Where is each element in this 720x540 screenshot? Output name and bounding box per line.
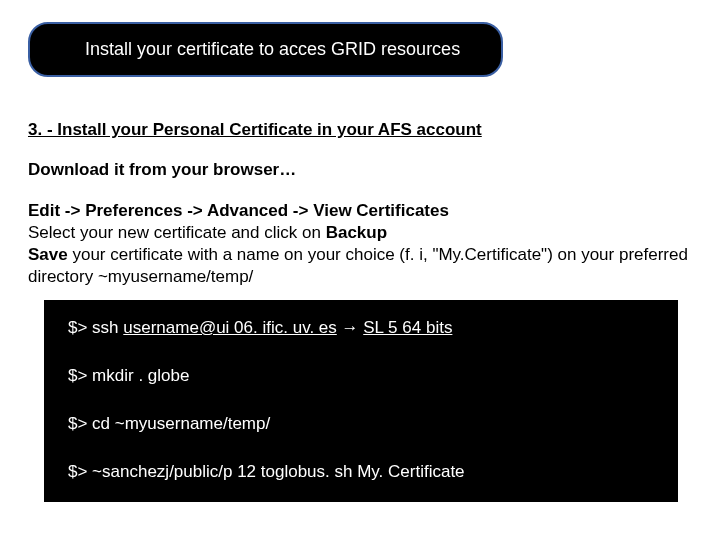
- download-line: Download it from your browser…: [28, 160, 692, 180]
- nav-path: Edit -> Preferences -> Advanced -> View …: [28, 201, 449, 220]
- terminal-line-2: $> mkdir . globe: [68, 366, 189, 386]
- terminal-block: $> ssh username@ui 06. ific. uv. es → SL…: [44, 300, 678, 502]
- terminal-line-4: $> ~sanchezj/public/p 12 toglobus. sh My…: [68, 462, 465, 482]
- terminal-line-3: $> cd ~myusername/temp/: [68, 414, 270, 434]
- save-rest: your certificate with a name on your cho…: [28, 245, 688, 286]
- cmd1-host: username@ui 06. ific. uv. es: [123, 318, 336, 337]
- slide: Install your certificate to acces GRID r…: [0, 0, 720, 540]
- cmd1-post: SL 5 64 bits: [363, 318, 452, 337]
- arrow-icon: →: [337, 318, 363, 337]
- instructions-block: Edit -> Preferences -> Advanced -> View …: [28, 200, 692, 288]
- select-text: Select your new certificate and click on: [28, 223, 326, 242]
- title-text: Install your certificate to acces GRID r…: [85, 39, 460, 60]
- terminal-line-1: $> ssh username@ui 06. ific. uv. es → SL…: [68, 318, 452, 338]
- title-box: Install your certificate to acces GRID r…: [28, 22, 503, 77]
- save-word: Save: [28, 245, 68, 264]
- backup-word: Backup: [326, 223, 387, 242]
- cmd1-pre: $> ssh: [68, 318, 123, 337]
- section-heading: 3. - Install your Personal Certificate i…: [28, 120, 692, 140]
